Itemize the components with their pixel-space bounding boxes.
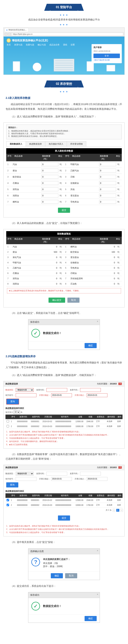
close-icon[interactable]: × bbox=[97, 549, 98, 552]
ok-button[interactable]: 确定 bbox=[85, 616, 97, 621]
qty-input[interactable] bbox=[99, 200, 116, 204]
row-checkbox[interactable] bbox=[6, 425, 9, 428]
qty-input[interactable] bbox=[99, 175, 116, 179]
menu-item[interactable]: 设置 bbox=[71, 43, 75, 46]
period-label: 当前所属期： bbox=[97, 466, 109, 468]
hint-line: 3、数据提交后即刻生效且无法修改，请认真填写后再提交。 bbox=[8, 135, 120, 138]
menu-item[interactable]: 发票勾选 bbox=[14, 43, 22, 46]
query-form: 数据类型：增值税专票 发票代码： 发票号码： 销方税号： 开票日期起： 开票日期… bbox=[3, 470, 125, 489]
qty-input[interactable] bbox=[99, 188, 116, 191]
date-from-input[interactable] bbox=[51, 477, 72, 481]
nav-forward-icon[interactable]: › bbox=[8, 33, 11, 36]
pager-next[interactable]: › bbox=[121, 509, 123, 512]
tab-purchase[interactable]: 购进数据选择 bbox=[26, 141, 45, 146]
close-icon[interactable]: × bbox=[97, 320, 98, 323]
confirm-modal: 选择确认信息 × ? 本次选择的发票汇总如下： 本次选择：2份 其中：柴油：20… bbox=[28, 548, 100, 580]
submit-button[interactable]: 提交 bbox=[58, 208, 70, 213]
date-from-input[interactable] bbox=[51, 393, 72, 397]
code-input[interactable] bbox=[46, 388, 67, 392]
purchase-panel-1: 购进数据选择 当前所属期： 201803 ? 数据类型：增值税专票 发票代码： … bbox=[3, 381, 125, 449]
date-to-input[interactable] bbox=[87, 477, 108, 481]
qty-input[interactable] bbox=[41, 181, 58, 185]
tab-initial-entry[interactable]: 期初数据录入 bbox=[6, 141, 26, 146]
hint-box: 重要提示： 1、根据最近的相关规定，成品油经销企业需在本页面录入期初库存数据； … bbox=[6, 124, 122, 139]
qty-input[interactable] bbox=[41, 175, 58, 179]
seller-input[interactable] bbox=[16, 477, 36, 481]
qty-input[interactable] bbox=[41, 188, 58, 191]
hint-line: 1、根据最近的相关规定，成品油经销企业需在本页面录入期初库存数据； bbox=[8, 130, 120, 132]
table-row: 10000000000000000012018-03-0200000000000… bbox=[5, 498, 123, 503]
query-button[interactable]: 查询 bbox=[6, 482, 18, 488]
table-row: 3液化气油0吨3变压器油0吨 bbox=[6, 255, 122, 260]
row-checkbox[interactable] bbox=[6, 504, 9, 506]
cancel-button[interactable]: 取消 bbox=[67, 298, 80, 303]
table-row: 3航空煤油吨3石蜡吨 bbox=[6, 174, 122, 180]
menu-item[interactable]: 退税 bbox=[63, 43, 67, 46]
nav-back-icon[interactable]: ‹ bbox=[5, 33, 7, 36]
browser-tab-title: 增值税发票选择确认... bbox=[8, 28, 27, 31]
page-size-select[interactable]: 10 bbox=[13, 410, 20, 414]
menu-item[interactable]: 确认勾选 bbox=[38, 43, 46, 46]
tab-customs[interactable]: 海关缴款书录入 bbox=[45, 141, 67, 146]
dots: ◆ ◆ ◆ bbox=[0, 24, 128, 26]
pager-current[interactable]: 1 bbox=[116, 509, 119, 512]
browser-tab[interactable]: e 增值税发票选择确认... bbox=[5, 28, 28, 32]
table-row: 4甲醇汽油0吨4生物柴油0吨 bbox=[6, 260, 122, 266]
qty-input[interactable] bbox=[99, 181, 116, 185]
help-icon[interactable]: ? bbox=[118, 382, 122, 385]
confirm-submit-button[interactable]: 确认提交 bbox=[48, 298, 65, 303]
table-row: 8润滑油0吨8石油焦0吨 bbox=[6, 281, 122, 286]
ok-button[interactable]: 确定 bbox=[51, 573, 63, 578]
sub-2-2: 2.2勾选购进数据增加库存 bbox=[0, 352, 128, 359]
help-icon[interactable]: ? bbox=[118, 466, 122, 469]
address-bar[interactable]: https://fpdk.bjtax.gov.cn bbox=[11, 32, 123, 36]
no-input[interactable] bbox=[80, 388, 101, 392]
period-label: 当前所属期： bbox=[97, 382, 109, 385]
initial-entry-panel: 重要提示： 1、根据最近的相关规定，成品油经销企业需在本页面录入期初库存数据； … bbox=[3, 122, 125, 218]
table-row: 5乙醇汽油0吨5导热类油0吨 bbox=[6, 266, 122, 271]
browser-chrome: e 增值税发票选择确认... ‹ › https://fpdk.bjtax.go… bbox=[3, 28, 125, 36]
login-help-link[interactable]: › 驱动下载及常见问题 bbox=[94, 59, 120, 61]
qty-input[interactable] bbox=[41, 194, 58, 198]
no-input[interactable] bbox=[80, 472, 101, 476]
menu-item[interactable]: 成品油业务 bbox=[49, 43, 60, 46]
close-icon[interactable]: × bbox=[97, 593, 98, 596]
tax-emblem-icon bbox=[6, 38, 11, 42]
qty-input[interactable] bbox=[41, 162, 58, 166]
ok-button[interactable]: 确定 bbox=[85, 343, 97, 348]
qty-input[interactable] bbox=[41, 200, 58, 204]
section-1-header: 01 登陆平台 bbox=[50, 4, 78, 11]
code-input[interactable] bbox=[46, 472, 67, 476]
seller-input[interactable] bbox=[16, 393, 36, 397]
para: 可勾选为购进库存的票据包含成品油增值税专用发票、海关进口消费税专用缴款书（需在"… bbox=[0, 359, 128, 371]
preview-title: 期初数据预览 bbox=[6, 231, 122, 237]
qty-input[interactable] bbox=[99, 194, 116, 198]
pager-prev[interactable]: ‹ bbox=[113, 509, 115, 512]
type-select[interactable]: 增值税专票 bbox=[16, 388, 34, 392]
tab-inventory-log[interactable]: 库存变动明细 bbox=[67, 141, 86, 146]
menu-item[interactable]: 首页 bbox=[6, 43, 11, 46]
list-area-title: 购进数据选择列表区 bbox=[3, 489, 125, 493]
login-button[interactable]: 登 录 bbox=[94, 54, 120, 58]
success-modal-2: 保存成功 × ✓ 数据提交成功！ 确定 bbox=[28, 592, 100, 623]
panel-title: 购进数据选择 bbox=[5, 466, 18, 469]
table-row: 20000000000000000022018-03-0300000000000… bbox=[5, 424, 123, 429]
table-header: 序号 商品名称 期初数量（吨） 单位 序号 商品名称 期初数量（吨） 单位 bbox=[6, 154, 122, 161]
qty-input[interactable] bbox=[41, 169, 58, 172]
row-checkbox[interactable] bbox=[6, 499, 9, 501]
menu-item[interactable]: 批量勾选 bbox=[26, 43, 34, 46]
query-button[interactable]: 查询 bbox=[6, 399, 19, 404]
table-row: 10000000000000000012018-03-0200000000000… bbox=[5, 419, 123, 424]
submit-button[interactable]: 提交 bbox=[58, 516, 70, 520]
table-row: 7溶剂油0吨7芳烃抽提原料0吨 bbox=[6, 276, 122, 281]
type-select[interactable]: 增值税专票 bbox=[16, 472, 34, 476]
row-checkbox[interactable] bbox=[6, 420, 9, 422]
qty-input[interactable] bbox=[99, 162, 116, 166]
hint-title: 重要提示： bbox=[8, 126, 120, 129]
hint-line: 2、期初库存数据录入后，可通过"库存变动明细"页面查询变动情况； bbox=[8, 132, 120, 135]
qty-input[interactable] bbox=[99, 169, 116, 172]
date-to-input[interactable] bbox=[87, 393, 108, 397]
notes-list: 1、如需勾选海关进口缴款书，请先在"海关缴款书录入"模块补录货物明细后再进行勾选… bbox=[3, 429, 125, 448]
result-table: 序号发票代码发票号码开票日期销方税号金额税额发票状态操作类型操作 1000000… bbox=[5, 414, 123, 429]
cancel-button[interactable]: 取消 bbox=[65, 573, 77, 578]
